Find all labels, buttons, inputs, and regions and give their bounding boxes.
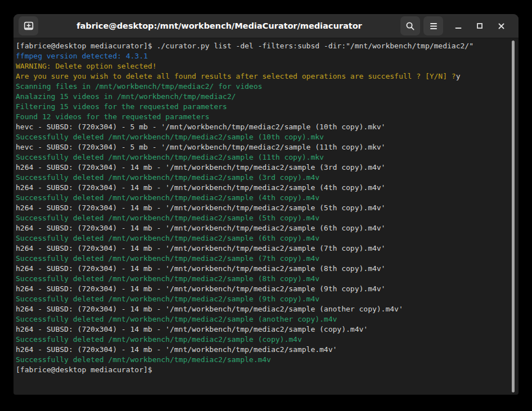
terminal-line: h264 - SUBSD: (720x304) - 14 mb - '/mnt/… bbox=[16, 284, 510, 294]
terminal-window: fabrice@desktop:/mnt/workbench/MediaCura… bbox=[13, 14, 519, 395]
terminal-line: Successfully deleted /mnt/workbench/tmp/… bbox=[16, 132, 510, 142]
terminal-line: Successfully deleted /mnt/workbench/tmp/… bbox=[16, 294, 510, 304]
terminal-line: Are you sure you wish to delete all foun… bbox=[16, 71, 510, 82]
terminal-line: Analazing 15 videos in /mnt/workbench/tm… bbox=[16, 92, 510, 102]
terminal-line: h264 - SUBSD: (720x304) - 14 mb - '/mnt/… bbox=[16, 223, 510, 233]
desktop: { "window": { "title": "fabrice@desktop:… bbox=[0, 0, 532, 411]
titlebar-action-buttons bbox=[400, 16, 443, 35]
terminal-line: Found 12 videos for the requested parame… bbox=[16, 112, 510, 122]
terminal-line: Successfully deleted /mnt/workbench/tmp/… bbox=[16, 193, 510, 203]
terminal-line: Successfully deleted /mnt/workbench/tmp/… bbox=[16, 233, 510, 243]
terminal-line: WARNING: Delete option selected! bbox=[16, 61, 510, 71]
terminal-line: h264 - SUBSD: (720x304) - 14 mb - '/mnt/… bbox=[16, 203, 510, 213]
titlebar[interactable]: fabrice@desktop:/mnt/workbench/MediaCura… bbox=[13, 14, 519, 38]
terminal-output: [fabrice@desktop mediacurator]$ ./curato… bbox=[16, 41, 510, 375]
window-controls bbox=[448, 16, 512, 35]
terminal-line: Successfully deleted /mnt/workbench/tmp/… bbox=[16, 335, 510, 345]
maximize-button[interactable] bbox=[469, 16, 490, 35]
terminal-line: ffmpeg version detected: 4.3.1 bbox=[16, 51, 510, 61]
terminal-line: h264 - SUBSD: (720x304) - 14 mb - '/mnt/… bbox=[16, 183, 510, 193]
terminal-line: Successfully deleted /mnt/workbench/tmp/… bbox=[16, 152, 510, 162]
terminal-line: hevc - SUBSD: (720x304) - 5 mb - '/mnt/w… bbox=[16, 122, 510, 132]
terminal-line: h264 - SUBSD: (720x304) - 14 mb - '/mnt/… bbox=[16, 304, 510, 314]
terminal-line: Successfully deleted /mnt/workbench/tmp/… bbox=[16, 355, 510, 365]
terminal-line: Filtering 15 videos for the requested pa… bbox=[16, 102, 510, 112]
terminal-line: Successfully deleted /mnt/workbench/tmp/… bbox=[16, 213, 510, 223]
terminal-line: h264 - SUBSD: (720x304) - 14 mb - '/mnt/… bbox=[16, 345, 510, 355]
terminal-line: h264 - SUBSD: (720x304) - 14 mb - '/mnt/… bbox=[16, 264, 510, 274]
menu-button[interactable] bbox=[423, 16, 443, 35]
close-button[interactable] bbox=[490, 16, 512, 35]
window-title: fabrice@desktop:/mnt/workbench/MediaCura… bbox=[38, 21, 400, 30]
terminal-line: Successfully deleted /mnt/workbench/tmp/… bbox=[16, 274, 510, 284]
terminal-line: hevc - SUBSD: (720x304) - 5 mb - '/mnt/w… bbox=[16, 142, 510, 152]
new-tab-icon bbox=[24, 21, 34, 30]
close-icon bbox=[498, 22, 505, 30]
new-tab-button[interactable] bbox=[19, 16, 38, 35]
scrollbar[interactable] bbox=[512, 40, 515, 392]
terminal-line: h264 - SUBSD: (720x304) - 14 mb - '/mnt/… bbox=[16, 243, 510, 254]
terminal-line: Successfully deleted /mnt/workbench/tmp/… bbox=[16, 314, 510, 324]
terminal-line: Successfully deleted /mnt/workbench/tmp/… bbox=[16, 254, 510, 264]
search-icon bbox=[405, 21, 415, 31]
search-button[interactable] bbox=[400, 16, 420, 35]
maximize-icon bbox=[476, 22, 483, 29]
terminal-line: [fabrice@desktop mediacurator]$ bbox=[16, 365, 510, 375]
minimize-icon bbox=[455, 22, 462, 29]
minimize-button[interactable] bbox=[448, 16, 469, 35]
terminal-line: h264 - SUBSD: (720x304) - 14 mb - '/mnt/… bbox=[16, 162, 510, 173]
terminal-line: [fabrice@desktop mediacurator]$ ./curato… bbox=[16, 41, 510, 51]
hamburger-menu-icon bbox=[430, 22, 438, 30]
terminal-screen[interactable]: [fabrice@desktop mediacurator]$ ./curato… bbox=[13, 38, 519, 395]
terminal-line: Scanning files in /mnt/workbench/tmp/med… bbox=[16, 82, 510, 92]
terminal-line: h264 - SUBSD: (720x304) - 14 mb - '/mnt/… bbox=[16, 324, 510, 335]
terminal-line: Successfully deleted /mnt/workbench/tmp/… bbox=[16, 173, 510, 183]
